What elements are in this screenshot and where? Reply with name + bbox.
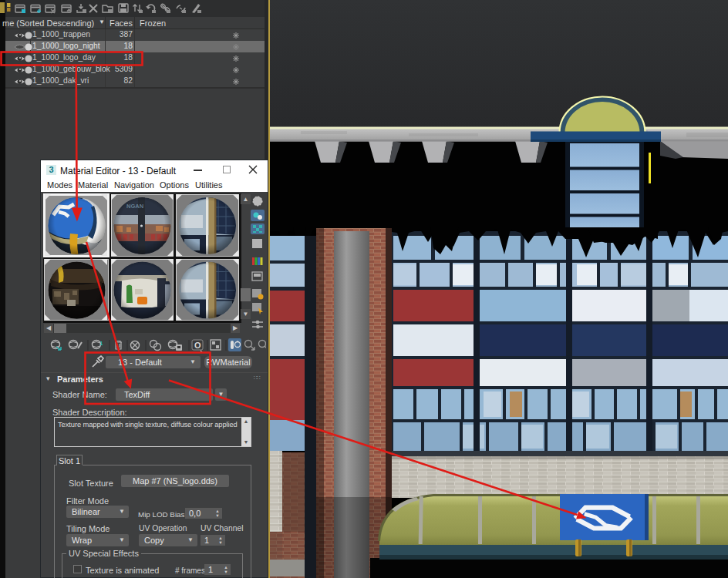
svg-text:O: O (194, 341, 201, 350)
svg-text:1: 1 (99, 340, 103, 347)
